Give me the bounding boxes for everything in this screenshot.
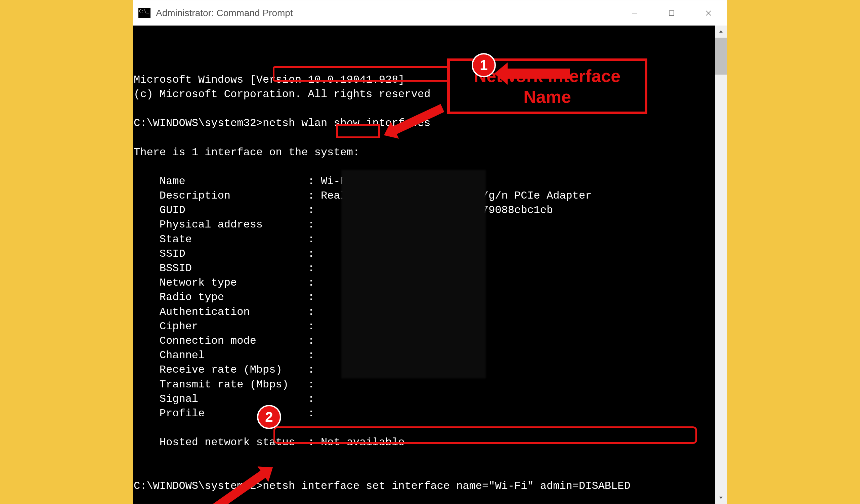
- redaction-block: [341, 170, 486, 378]
- close-button[interactable]: [690, 0, 727, 26]
- scrollbar[interactable]: [715, 26, 727, 504]
- maximize-button[interactable]: [653, 0, 690, 26]
- field-label: Transmit rate (Mbps): [160, 378, 289, 391]
- field-label: Signal: [160, 393, 198, 405]
- callout-circle-1: 1: [472, 53, 496, 77]
- cmd-icon: [139, 8, 150, 18]
- titlebar[interactable]: Administrator: Command Prompt: [133, 0, 727, 26]
- terminal-pane[interactable]: Microsoft Windows [Version 10.0.19041.92…: [133, 26, 727, 504]
- scroll-up-icon[interactable]: [715, 26, 727, 38]
- field-label: State: [160, 233, 192, 246]
- field-label: BSSID: [160, 262, 192, 274]
- highlight-command1: [273, 66, 474, 82]
- callout-number: 2: [265, 407, 273, 427]
- callout-number: 1: [480, 56, 487, 75]
- field-label: Name: [160, 175, 185, 187]
- field-label: GUID: [160, 204, 185, 216]
- field-label: Channel: [160, 349, 204, 362]
- field-label: Description: [160, 189, 230, 202]
- arrow-to-command1: [506, 69, 570, 78]
- output-line: There is 1 interface on the system:: [134, 146, 359, 159]
- output-line: (c) Microsoft Corporation. All rights re…: [134, 88, 430, 100]
- scrollbar-thumb[interactable]: [715, 38, 727, 75]
- field-label: Connection mode: [160, 335, 256, 347]
- callout-circle-2: 2: [257, 405, 281, 429]
- field-label: Profile: [160, 407, 204, 420]
- highlight-command2: [273, 427, 697, 444]
- field-label: Radio type: [160, 291, 224, 303]
- titlebar-controls: [616, 0, 727, 26]
- field-label: Physical address: [160, 218, 263, 231]
- highlight-wifi-name: [336, 124, 380, 138]
- command-prompt-window: Administrator: Command Prompt Microsoft …: [133, 0, 727, 504]
- scroll-down-icon[interactable]: [715, 492, 727, 504]
- field-label: Receive rate (Mbps): [160, 363, 282, 376]
- svg-marker-5: [719, 496, 722, 499]
- field-label: Cipher: [160, 320, 198, 333]
- window-title: Administrator: Command Prompt: [156, 8, 293, 18]
- prompt: C:\WINDOWS\system32>: [134, 117, 263, 129]
- field-label: Network type: [160, 276, 237, 289]
- field-label: Authentication: [160, 306, 250, 318]
- field-label: SSID: [160, 248, 185, 260]
- command-text: netsh interface set interface name="Wi-F…: [263, 480, 631, 492]
- svg-rect-1: [669, 11, 674, 15]
- svg-marker-4: [719, 30, 722, 33]
- minimize-button[interactable]: [616, 0, 653, 26]
